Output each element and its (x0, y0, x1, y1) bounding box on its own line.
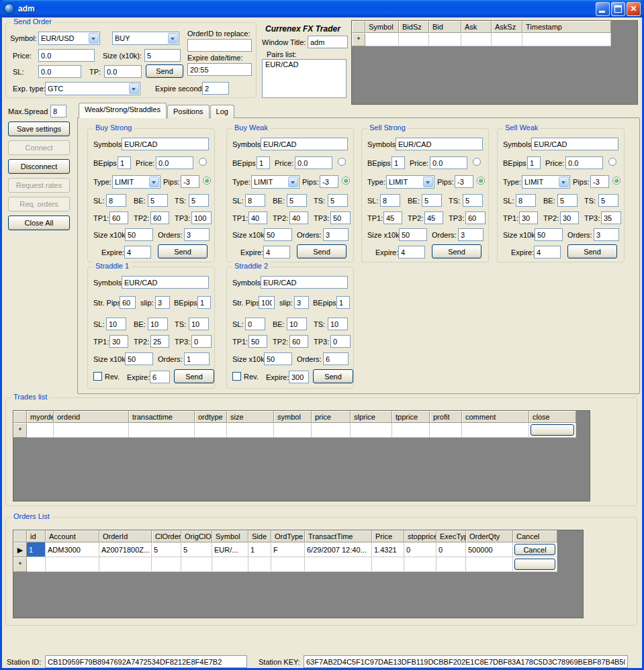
bepips-input[interactable] (257, 156, 270, 169)
column-header-close[interactable]: close (529, 411, 576, 423)
send-button[interactable]: Send (567, 244, 617, 258)
pairs-listbox[interactable]: EUR/CAD (262, 59, 347, 98)
pips-input[interactable] (320, 175, 338, 188)
sl-input[interactable] (380, 194, 400, 207)
grid-cell[interactable] (372, 557, 404, 572)
tp3-input[interactable] (191, 211, 212, 224)
chevron-down-icon[interactable] (423, 177, 433, 187)
grid-cell[interactable] (351, 423, 392, 438)
grid-cell-side[interactable]: 1 (248, 542, 271, 557)
pips-mode-radio[interactable] (203, 177, 211, 185)
rev-checkbox[interactable] (232, 372, 241, 381)
column-header-id[interactable]: id (27, 530, 46, 542)
type-select[interactable]: LIMIT (522, 175, 570, 189)
size-input[interactable] (144, 49, 181, 62)
column-header-orderqty[interactable]: OrderQty (466, 530, 513, 542)
bepips-input[interactable] (197, 296, 211, 309)
grid-cell[interactable] (129, 423, 195, 438)
column-header-symbol[interactable]: symbol (274, 411, 312, 423)
pips-input[interactable] (181, 175, 199, 188)
column-header-timestamp[interactable]: Timestamp (522, 21, 611, 33)
orders-input[interactable] (594, 228, 619, 241)
price-mode-radio[interactable] (608, 158, 616, 166)
grid-cell[interactable] (271, 557, 305, 572)
grid-cell-transacttime[interactable]: 6/29/2007 12:40... (305, 542, 372, 557)
grid-cell[interactable] (466, 557, 513, 572)
orders-input[interactable] (184, 352, 210, 365)
str-pips-input[interactable] (259, 296, 275, 309)
symbols-input[interactable] (122, 276, 209, 289)
be-input[interactable] (287, 318, 307, 330)
close-button[interactable]: ✕ (627, 2, 641, 16)
grid-cell[interactable] (492, 33, 522, 46)
grid-cell[interactable] (195, 423, 227, 438)
column-header-comment[interactable]: comment (462, 411, 529, 423)
tp1-input[interactable] (109, 335, 128, 348)
maximize-button[interactable] (611, 2, 625, 16)
tab-log[interactable]: Log (210, 105, 234, 118)
expire-input[interactable] (289, 371, 309, 383)
column-header-symbol[interactable]: Symbol (212, 530, 248, 542)
grid-cell[interactable] (305, 557, 372, 572)
chevron-down-icon[interactable] (168, 33, 178, 44)
column-header-cancel[interactable]: Cancel (513, 530, 557, 542)
grid-cell-symbol[interactable]: EUR/... (212, 542, 248, 557)
tp3-input[interactable] (330, 335, 351, 348)
column-header-ask[interactable]: Ask (461, 21, 492, 33)
send-button[interactable]: Send (297, 244, 347, 258)
sl-input[interactable] (245, 318, 265, 330)
orders-input[interactable] (184, 228, 210, 241)
column-header-ordtype[interactable]: ordtype (195, 411, 227, 423)
price-input[interactable] (295, 156, 332, 169)
grid-cell[interactable] (99, 557, 152, 572)
column-header-side[interactable]: Side (248, 530, 271, 542)
column-header-orderid[interactable]: OrderId (99, 530, 152, 542)
rev-checkbox[interactable] (93, 372, 102, 381)
column-header-exectyp[interactable]: ExecTyp (436, 530, 466, 542)
grid-cell-price[interactable]: 1.4321 (372, 542, 404, 557)
side-select[interactable]: BUY (112, 32, 179, 45)
column-header-myorder[interactable]: myorder (27, 411, 54, 423)
tp1-input[interactable] (519, 211, 538, 224)
size-input[interactable] (399, 228, 427, 241)
grid-cell-id[interactable]: 1 (27, 542, 46, 557)
grid-cell[interactable] (462, 423, 529, 438)
expire-datetime-input[interactable] (187, 63, 252, 76)
grid-cell[interactable] (399, 33, 429, 46)
send-button[interactable]: Send (158, 244, 208, 258)
bepips-input[interactable] (118, 156, 131, 169)
orderid-input[interactable] (187, 39, 252, 52)
send-button[interactable]: Send (313, 369, 353, 383)
column-header-account[interactable]: Account (46, 530, 99, 542)
chevron-down-icon[interactable] (288, 177, 298, 187)
tab-positions[interactable]: Positions (167, 105, 210, 118)
chevron-down-icon[interactable] (559, 177, 569, 187)
pips-input[interactable] (590, 175, 609, 188)
cancel-order-button[interactable]: Cancel (514, 544, 555, 555)
send-order-button[interactable]: Send (146, 64, 183, 78)
be-input[interactable] (557, 194, 578, 207)
grid-cell[interactable] (404, 557, 436, 572)
price-mode-radio[interactable] (473, 158, 481, 166)
close-all-button[interactable]: Close All (8, 216, 70, 230)
column-header-price[interactable]: Price (372, 530, 404, 542)
grid-cell[interactable] (27, 423, 54, 438)
window-title-input[interactable] (308, 36, 348, 48)
type-select[interactable]: LIMIT (112, 175, 160, 189)
grid-cell[interactable] (312, 423, 351, 438)
column-header-profit[interactable]: profit (430, 411, 462, 423)
pips-mode-radio[interactable] (342, 177, 350, 185)
sl-input[interactable] (38, 65, 81, 78)
grid-cell-ordtype[interactable]: F (271, 542, 305, 557)
slip-input[interactable] (294, 296, 309, 309)
tp2-input[interactable] (424, 211, 443, 224)
sl-input[interactable] (516, 194, 536, 207)
pairs-list-item[interactable]: EUR/CAD (263, 60, 346, 69)
close-trade-button[interactable] (531, 424, 574, 436)
max-spread-input[interactable] (50, 105, 66, 117)
ts-input[interactable] (189, 318, 209, 330)
tp3-input[interactable] (601, 211, 621, 224)
symbols-input[interactable] (531, 138, 618, 150)
tab-weak-strong-straddles[interactable]: Weak/Strong/Straddles (79, 103, 167, 118)
tp2-input[interactable] (289, 335, 308, 348)
